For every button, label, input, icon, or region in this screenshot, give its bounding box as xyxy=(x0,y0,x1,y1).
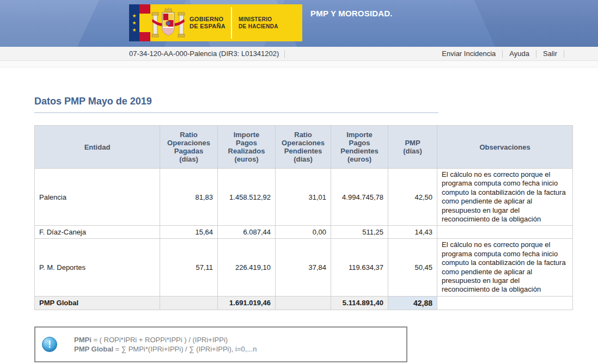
cell-ratio-pagadas: 57,11 xyxy=(160,239,218,296)
table-row-pmp-global: PMP Global 1.691.019,46 5.114.891,40 42,… xyxy=(35,296,573,310)
app-title: PMP Y MOROSIDAD. xyxy=(310,9,393,18)
cell-importe-pendientes: 4.994.745,78 xyxy=(331,169,388,226)
col-entidad: Entidad xyxy=(35,126,160,169)
formula-label-pmp-global: PMP Global xyxy=(74,345,113,353)
cell-pmp: 42,50 xyxy=(388,169,437,226)
ministerio-line1: MINISTERIO xyxy=(239,16,278,23)
cell-entidad-total: PMP Global xyxy=(35,296,160,310)
ayuda-link[interactable]: Ayuda xyxy=(503,50,536,58)
gobierno-text: GOBIERNO DE ESPAÑA xyxy=(190,4,231,41)
cell-ratio-pendientes-total xyxy=(276,296,331,310)
star-icon: ★ xyxy=(132,28,136,33)
cell-ratio-pendientes: 31,01 xyxy=(276,169,331,226)
cell-importe-pendientes-total: 5.114.891,40 xyxy=(331,296,388,310)
cell-ratio-pagadas: 81,83 xyxy=(160,169,218,226)
formula-body-pmp-global: = ∑ PMPi*(IPRi+IPPi) / ∑ (IPRi+IPPi), i=… xyxy=(113,345,257,353)
cell-observaciones xyxy=(437,226,573,239)
ministerio-line2: DE HACIENDA xyxy=(239,23,278,30)
col-pmp: PMP (días) xyxy=(388,126,437,169)
table-row-pm-deportes: P. M. Deportes 57,11 226.419,10 37,84 11… xyxy=(35,239,573,296)
formula-label-pmpi: PMPi xyxy=(74,336,91,344)
title-underline xyxy=(34,112,438,113)
formula-body-pmpi: = ( ROPi*IPRi + ROPPi*IPPi ) / (IPRi+IPP… xyxy=(91,336,228,344)
cell-ratio-pendientes: 37,84 xyxy=(276,239,331,296)
formula-info-box: ! PMPi = ( ROPi*IPRi + ROPPi*IPPi ) / (I… xyxy=(34,326,407,362)
formula-line-pmpi: PMPi = ( ROPi*IPRi + ROPPi*IPPi ) / (IPR… xyxy=(74,335,257,344)
cell-pmp: 14,43 xyxy=(388,226,437,239)
col-importe-realizados: Importe Pagos Realizados (euros) xyxy=(218,126,276,169)
col-ratio-pagadas: Ratio Operaciones Pagadas (días) xyxy=(160,126,218,169)
col-observaciones: Observaciones xyxy=(437,126,573,169)
coat-of-arms-icon xyxy=(150,4,190,41)
table-row-palencia: Palencia 81,83 1.458.512,92 31,01 4.994.… xyxy=(35,169,573,226)
gobierno-line1: GOBIERNO xyxy=(190,16,225,23)
cell-importe-pendientes: 511,25 xyxy=(331,226,388,239)
table-header-row: Entidad Ratio Operaciones Pagadas (días)… xyxy=(35,126,573,169)
cell-entidad: Palencia xyxy=(35,169,160,226)
info-icon: ! xyxy=(42,337,57,352)
enviar-incidencia-link[interactable]: Enviar Incidencia xyxy=(435,50,502,58)
star-icon: ★ xyxy=(132,21,136,26)
cell-pmp-global-value: 42,88 xyxy=(388,296,437,310)
table-row-diaz-caneja: F. Díaz-Caneja 15,64 6.087,44 0,00 511,2… xyxy=(35,226,573,239)
cell-importe-realizados: 226.419,10 xyxy=(218,239,276,296)
main-content: Datos PMP Mayo de 2019 Entidad Ratio Ope… xyxy=(0,96,598,362)
page-title: Datos PMP Mayo de 2019 xyxy=(34,96,572,107)
toolbar-links: Enviar Incidencia Ayuda Salir xyxy=(435,50,564,58)
breadcrumb: 07-34-120-AA-000-Palencia (DIR3: L013412… xyxy=(129,50,279,58)
cell-ratio-pagadas: 15,64 xyxy=(160,226,218,239)
link-separator xyxy=(564,50,564,58)
col-ratio-pendientes: Ratio Operaciones Pendientes (días) xyxy=(276,126,331,169)
toolbar-sub-strip xyxy=(0,61,598,67)
formula-text: PMPi = ( ROPi*IPRi + ROPPi*IPPi ) / (IPR… xyxy=(74,335,257,354)
star-icon: ★ xyxy=(132,14,136,18)
gobierno-line2: DE ESPAÑA xyxy=(190,23,225,30)
cell-observaciones-total xyxy=(437,296,573,310)
cell-pmp: 50,45 xyxy=(388,239,437,296)
cell-observaciones: El cálculo no es correcto porque el prog… xyxy=(437,239,573,296)
ministerio-text: MINISTERIO DE HACIENDA xyxy=(232,4,284,41)
cell-importe-realizados-total: 1.691.019,46 xyxy=(218,296,276,310)
cell-ratio-pagadas-total xyxy=(160,296,218,310)
pmp-table: Entidad Ratio Operaciones Pagadas (días)… xyxy=(34,125,573,310)
cell-entidad: F. Díaz-Caneja xyxy=(35,226,160,239)
app-header: ★ ★ ★ xyxy=(0,0,598,47)
cell-ratio-pendientes: 0,00 xyxy=(276,226,331,239)
eu-flag-stars: ★ ★ ★ xyxy=(129,4,139,41)
cell-observaciones: El cálculo no es correcto porque el prog… xyxy=(437,169,573,226)
cell-importe-pendientes: 119.634,37 xyxy=(331,239,388,296)
cell-importe-realizados: 6.087,44 xyxy=(218,226,276,239)
breadcrumb-separator xyxy=(284,50,285,58)
toolbar: 07-34-120-AA-000-Palencia (DIR3: L013412… xyxy=(0,47,598,61)
spain-flag-stripe xyxy=(139,4,150,41)
cell-entidad: P. M. Deportes xyxy=(35,239,160,296)
gobierno-espana-logo: ★ ★ ★ xyxy=(129,4,302,41)
cell-importe-realizados: 1.458.512,92 xyxy=(218,169,276,226)
formula-line-pmp-global: PMP Global = ∑ PMPi*(IPRi+IPPi) / ∑ (IPR… xyxy=(74,344,257,354)
salir-link[interactable]: Salir xyxy=(536,50,564,58)
col-importe-pendientes: Importe Pagos Pendientes (euros) xyxy=(331,126,388,169)
